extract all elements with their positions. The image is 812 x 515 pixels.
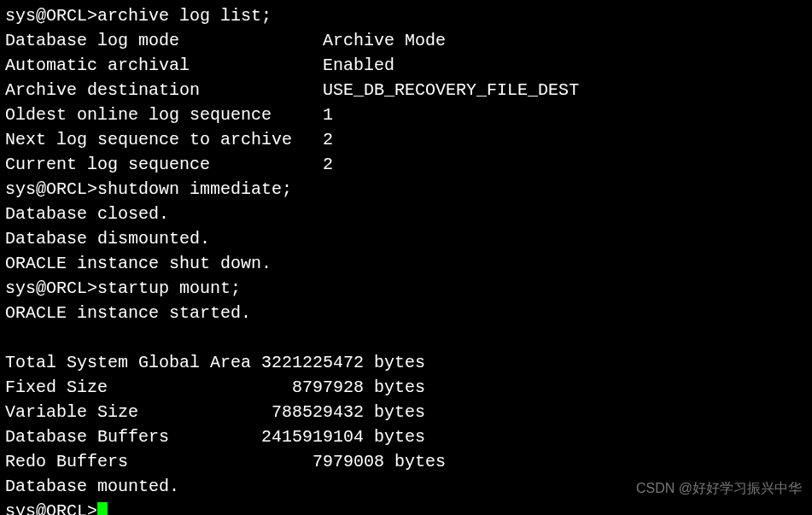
value: 8797928 bbox=[292, 377, 364, 397]
sga-row: Variable Size 788529432 bytes bbox=[5, 400, 807, 424]
output-row: Automatic archival Enabled bbox=[5, 53, 807, 78]
label: Next log sequence to archive bbox=[5, 130, 292, 149]
output-row: Next log sequence to archive 2 bbox=[5, 127, 807, 152]
label: Automatic archival bbox=[5, 56, 190, 75]
output-msg: ORACLE instance started. bbox=[5, 301, 807, 325]
output-row: Database log mode Archive Mode bbox=[5, 28, 807, 53]
command-text: shutdown immediate; bbox=[97, 179, 292, 199]
sga-row: Database Buffers 2415919104 bytes bbox=[5, 424, 807, 449]
label: Archive destination bbox=[5, 80, 200, 100]
value: Enabled bbox=[323, 56, 394, 75]
value: 7979008 bbox=[313, 452, 384, 471]
value: 788529432 bbox=[272, 402, 364, 422]
unit: bytes bbox=[374, 377, 425, 397]
blank-line bbox=[5, 325, 807, 350]
value: 2 bbox=[323, 155, 333, 174]
output-msg: ORACLE instance shut down. bbox=[5, 251, 807, 276]
command-line[interactable]: sys@ORCL>shutdown immediate; bbox=[5, 177, 807, 202]
sga-row: Total System Global Area 3221225472 byte… bbox=[5, 350, 807, 375]
output-row: Archive destination USE_DB_RECOVERY_FILE… bbox=[5, 78, 807, 102]
label: Database log mode bbox=[5, 31, 179, 50]
output-msg: Database closed. bbox=[5, 202, 807, 226]
label: Current log sequence bbox=[5, 155, 210, 174]
unit: bytes bbox=[374, 427, 425, 447]
cursor-icon bbox=[97, 502, 108, 515]
prompt: sys@ORCL> bbox=[5, 278, 97, 298]
value: USE_DB_RECOVERY_FILE_DEST bbox=[323, 80, 579, 100]
prompt: sys@ORCL> bbox=[5, 501, 97, 515]
label: Database Buffers bbox=[5, 427, 169, 447]
value: 3221225472 bbox=[261, 353, 364, 372]
prompt: sys@ORCL> bbox=[5, 6, 97, 26]
command-line[interactable]: sys@ORCL> bbox=[5, 499, 807, 515]
unit: bytes bbox=[374, 402, 425, 422]
output-msg: Database mounted. bbox=[5, 474, 807, 499]
value: 1 bbox=[323, 105, 333, 125]
unit: bytes bbox=[394, 452, 446, 471]
sga-row: Fixed Size 8797928 bytes bbox=[5, 375, 807, 400]
output-msg: Database dismounted. bbox=[5, 226, 807, 251]
value: Archive Mode bbox=[323, 31, 446, 50]
label: Fixed Size bbox=[5, 377, 108, 397]
prompt: sys@ORCL> bbox=[5, 179, 97, 199]
label: Oldest online log sequence bbox=[5, 105, 272, 125]
unit: bytes bbox=[374, 353, 425, 372]
output-row: Current log sequence 2 bbox=[5, 152, 807, 177]
value: 2 bbox=[323, 130, 333, 149]
command-text: startup mount; bbox=[97, 278, 241, 298]
command-text: archive log list; bbox=[97, 6, 272, 26]
label: Variable Size bbox=[5, 402, 138, 422]
label: Total System Global Area bbox=[5, 353, 251, 372]
command-line[interactable]: sys@ORCL>startup mount; bbox=[5, 276, 807, 301]
label: Redo Buffers bbox=[5, 452, 128, 471]
command-line[interactable]: sys@ORCL>archive log list; bbox=[5, 3, 807, 28]
value: 2415919104 bbox=[261, 427, 364, 447]
output-row: Oldest online log sequence 1 bbox=[5, 102, 807, 127]
sga-row: Redo Buffers 7979008 bytes bbox=[5, 449, 807, 474]
